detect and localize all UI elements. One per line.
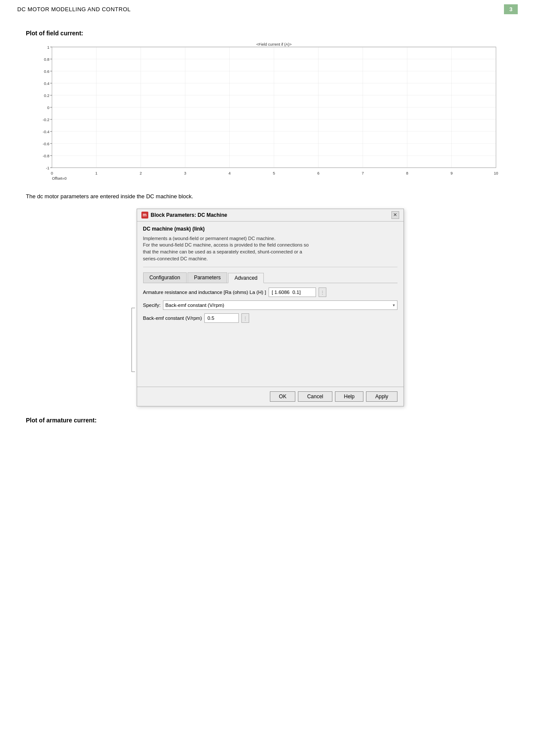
svg-text:-1: -1 xyxy=(46,166,49,170)
dialog-icon-letter: m xyxy=(143,212,147,217)
dialog-description: Implements a (wound-field or permanent m… xyxy=(143,235,397,268)
svg-text:1: 1 xyxy=(47,45,49,50)
svg-text:4: 4 xyxy=(228,171,231,175)
svg-text:10: 10 xyxy=(494,171,498,175)
dialog-titlebar: m Block Parameters: DC Machine ✕ xyxy=(137,209,404,222)
specify-dropdown-wrap: Back-emf constant (V/rpm) xyxy=(163,300,397,310)
field-current-chart: 1 0.8 0.6 0.4 0.2 0 -0.2 -0.4 -0.6 -0.8 … xyxy=(26,43,509,182)
svg-text:0: 0 xyxy=(47,106,49,110)
svg-text:Offset=0: Offset=0 xyxy=(52,176,67,181)
armature-resistance-expand[interactable]: ⋮ xyxy=(319,287,326,297)
svg-text:-0.8: -0.8 xyxy=(43,154,50,158)
dialog-icon: m xyxy=(141,212,148,219)
svg-text:0.6: 0.6 xyxy=(44,69,50,74)
dialog-window: m Block Parameters: DC Machine ✕ DC mach… xyxy=(137,209,404,407)
svg-text:5: 5 xyxy=(273,171,275,175)
svg-text:0.4: 0.4 xyxy=(44,81,50,86)
back-emf-expand[interactable]: ⋮ xyxy=(241,313,249,323)
svg-text:<Field current if (A)>: <Field current if (A)> xyxy=(256,43,291,47)
dialog-footer: OK Cancel Help Apply xyxy=(137,387,404,406)
armature-resistance-input[interactable] xyxy=(269,287,316,297)
dialog-wrapper: m Block Parameters: DC Machine ✕ DC mach… xyxy=(26,209,509,407)
specify-dropdown[interactable]: Back-emf constant (V/rpm) xyxy=(163,300,397,310)
svg-text:3: 3 xyxy=(184,171,186,175)
dialog-subtitle: DC machine (mask) (link) xyxy=(143,226,397,232)
svg-text:6: 6 xyxy=(317,171,319,175)
dialog-titlebar-left: m Block Parameters: DC Machine xyxy=(141,212,227,219)
main-content: Plot of field current: xyxy=(0,17,535,438)
back-emf-input[interactable] xyxy=(204,313,239,323)
svg-text:7: 7 xyxy=(362,171,364,175)
svg-text:0: 0 xyxy=(51,171,53,175)
dialog-tabs: Configuration Parameters Advanced xyxy=(143,272,397,283)
svg-text:0.2: 0.2 xyxy=(44,94,50,98)
dialog-body: DC machine (mask) (link) Implements a (w… xyxy=(137,222,404,387)
cancel-button[interactable]: Cancel xyxy=(298,391,332,402)
chart-svg: 1 0.8 0.6 0.4 0.2 0 -0.2 -0.4 -0.6 -0.8 … xyxy=(26,43,509,181)
svg-text:9: 9 xyxy=(451,171,453,175)
dialog-content-area xyxy=(143,326,397,382)
dialog-title-text: Block Parameters: DC Machine xyxy=(151,212,227,218)
tab-parameters[interactable]: Parameters xyxy=(188,272,227,283)
field-current-heading: Plot of field current: xyxy=(26,30,509,37)
description-text: The dc motor parameters are entered insi… xyxy=(26,192,509,201)
page-title: DC MOTOR MODELLING AND CONTROL xyxy=(17,6,131,12)
svg-text:1: 1 xyxy=(95,171,97,175)
back-emf-label: Back-emf constant (V/rpm) xyxy=(143,316,202,321)
armature-resistance-label: Armature resistance and inductance [Ra (… xyxy=(143,290,266,295)
apply-button[interactable]: Apply xyxy=(366,391,397,402)
ok-button[interactable]: OK xyxy=(270,391,295,402)
page-header: DC MOTOR MODELLING AND CONTROL 3 xyxy=(0,0,535,17)
svg-text:8: 8 xyxy=(406,171,408,175)
specify-row: Specify: Back-emf constant (V/rpm) xyxy=(143,300,397,310)
svg-text:-0.6: -0.6 xyxy=(43,142,50,146)
back-emf-row: Back-emf constant (V/rpm) ⋮ xyxy=(143,313,397,323)
armature-current-heading: Plot of armature current: xyxy=(26,417,509,424)
dialog-close-button[interactable]: ✕ xyxy=(391,211,399,219)
svg-text:-0.2: -0.2 xyxy=(43,118,50,122)
armature-resistance-row: Armature resistance and inductance [Ra (… xyxy=(143,287,397,297)
specify-label: Specify: xyxy=(143,303,161,308)
svg-text:-0.4: -0.4 xyxy=(43,130,50,134)
help-button[interactable]: Help xyxy=(335,391,364,402)
tab-advanced[interactable]: Advanced xyxy=(228,273,264,283)
left-bracket xyxy=(131,308,135,372)
tab-configuration[interactable]: Configuration xyxy=(143,272,187,283)
svg-text:2: 2 xyxy=(140,171,142,175)
page-number: 3 xyxy=(504,4,518,14)
svg-text:0.8: 0.8 xyxy=(44,57,50,62)
